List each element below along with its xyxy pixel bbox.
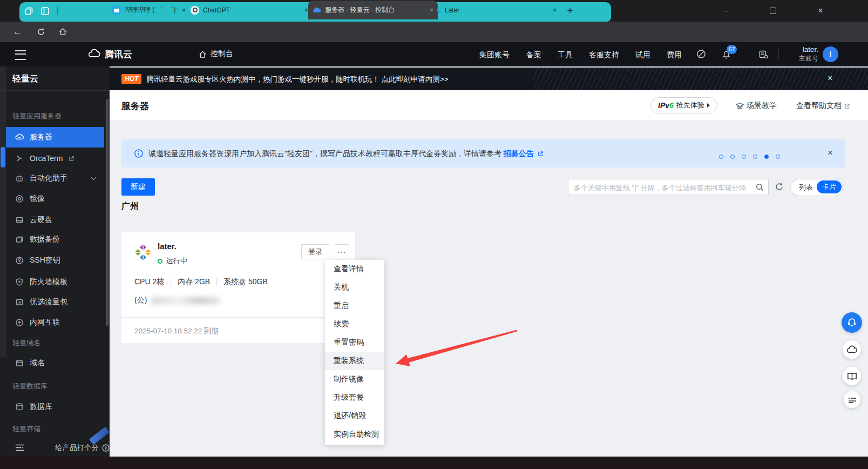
- sidebar-item-domain[interactable]: 域名: [6, 353, 104, 373]
- info-icon: [134, 149, 143, 158]
- sidebar-group-lighthouse: 轻量应用服务器: [12, 111, 62, 121]
- window-maximize-button[interactable]: [761, 0, 785, 22]
- lifebuoy-icon[interactable]: [696, 49, 706, 59]
- help-doc-link[interactable]: 查看帮助文档: [796, 101, 850, 111]
- sidebar-item-cloud-disk[interactable]: 云硬盘: [6, 210, 104, 230]
- notice-close-icon[interactable]: ×: [828, 148, 833, 158]
- tab-title: 服务器 - 轻量云 - 控制台: [325, 5, 426, 15]
- external-link-icon: [69, 156, 74, 162]
- menu-item-return-destroy[interactable]: 退还/销毁: [325, 407, 384, 425]
- scene-teaching-link[interactable]: 场景教学: [736, 101, 777, 111]
- browser-tab-bar: 哔哩哔哩 ( ゜- ゜)つロ 干杯~-bilib × ChatGPT × 服务器…: [0, 0, 868, 22]
- tab-close-icon[interactable]: ×: [553, 6, 557, 14]
- nav-billing[interactable]: 费用: [667, 50, 682, 60]
- server-card[interactable]: later. 运行中 登录 ··· CPU 2核 内存 2GB 系统盘 50GB…: [121, 232, 355, 343]
- workspaces-icon[interactable]: [25, 7, 33, 15]
- view-card-option-active[interactable]: 卡片: [817, 180, 842, 193]
- window-minimize-button[interactable]: −: [714, 0, 738, 22]
- home-icon[interactable]: [58, 27, 67, 36]
- public-ip-redacted: [151, 297, 220, 305]
- sidebar-item-traffic-pack[interactable]: 优选流量包: [6, 292, 104, 312]
- nav-icp[interactable]: 备案: [526, 50, 541, 60]
- workorder-icon[interactable]: [759, 50, 768, 59]
- menu-item-upgrade-plan[interactable]: 升级套餐: [325, 388, 384, 407]
- sidebar-item-server[interactable]: 服务器: [6, 127, 104, 148]
- sidebar-item-intranet[interactable]: 内网互联: [6, 312, 104, 333]
- status-dot: [158, 259, 162, 264]
- menu-item-reinstall-system[interactable]: 重装系统: [325, 352, 384, 370]
- tab-close-icon[interactable]: ×: [182, 6, 186, 14]
- sidebar-item-database[interactable]: 数据库: [6, 397, 104, 417]
- notice-pagination-dots[interactable]: [712, 151, 780, 161]
- sidebar-item-orcaterm[interactable]: OrcaTerm: [6, 148, 104, 169]
- sidebar-item-backup[interactable]: 数据备份: [6, 229, 104, 250]
- view-toggle[interactable]: 列表 卡片: [790, 179, 843, 196]
- tab-chatgpt[interactable]: ChatGPT ×: [186, 2, 313, 18]
- sidebar-scroll-indicator[interactable]: [1, 147, 5, 168]
- cloud-notification-fab[interactable]: [843, 340, 861, 359]
- menu-item-create-image[interactable]: 制作镜像: [325, 370, 384, 388]
- survey-fab[interactable]: [844, 391, 860, 408]
- nav-trial[interactable]: 试用: [635, 50, 650, 60]
- console-label: 控制台: [211, 49, 233, 59]
- new-tab-button[interactable]: +: [562, 3, 578, 18]
- banner-close-icon[interactable]: ×: [828, 73, 832, 83]
- sidebar-item-images[interactable]: 镜像: [6, 189, 104, 209]
- hot-banner-text[interactable]: 腾讯轻量云游戏服专区火热内测中，热门游戏一键秒开服，随时联机玩！ 点此即刻申请内…: [146, 75, 449, 84]
- sidebar-item-label: 数据备份: [30, 234, 60, 244]
- tab-tencent-console-active[interactable]: 服务器 - 轻量云 - 控制台 ×: [308, 1, 438, 19]
- menu-item-self-check[interactable]: 实例自助检测: [325, 425, 384, 444]
- account-info[interactable]: later. 主账号: [789, 45, 818, 63]
- recruit-link[interactable]: 招募公告: [504, 149, 534, 158]
- instance-name[interactable]: later.: [158, 242, 177, 251]
- menu-item-shutdown[interactable]: 关机: [325, 278, 384, 297]
- vertical-tabs-icon[interactable]: [41, 7, 49, 15]
- more-actions-button[interactable]: ···: [335, 244, 349, 259]
- filter-search-input[interactable]: [573, 180, 748, 195]
- menu-item-renew[interactable]: 续费: [325, 315, 384, 333]
- window-close-button[interactable]: ×: [809, 0, 832, 22]
- rate-product-link[interactable]: 给产品打个分: [55, 443, 99, 453]
- back-icon[interactable]: ←: [13, 27, 22, 36]
- nav-support[interactable]: 客服支持: [589, 50, 619, 60]
- nav-group-account[interactable]: 集团账号: [479, 50, 510, 60]
- ipv6-trial-button[interactable]: IPv6 抢先体验: [650, 97, 717, 113]
- search-icon[interactable]: [756, 183, 764, 191]
- console-topbar: 腾讯云 控制台 快捷键 / 集团账号 备案 工具 客服支持 试用 费用 67: [0, 42, 868, 66]
- instance-specs: CPU 2核 内存 2GB 系统盘 50GB: [134, 277, 268, 287]
- nav-tools[interactable]: 工具: [558, 50, 573, 60]
- collapse-sidebar-icon[interactable]: [15, 444, 24, 451]
- notification-bell-icon[interactable]: 67: [722, 50, 731, 59]
- menu-item-view-details[interactable]: 查看详情: [325, 260, 384, 278]
- sidebar-item-automation[interactable]: 自动化助手: [6, 168, 104, 189]
- refresh-icon[interactable]: [37, 28, 45, 36]
- filter-search-box[interactable]: [568, 179, 769, 195]
- tencent-cloud-logo[interactable]: 腾讯云: [87, 48, 132, 61]
- documentation-fab[interactable]: [843, 367, 861, 385]
- topbar-divider: [64, 49, 64, 59]
- create-button[interactable]: 新建: [121, 178, 155, 196]
- red-annotation-arrow: [378, 313, 529, 370]
- arrow-circle-icon[interactable]: [102, 444, 110, 452]
- console-menu-icon[interactable]: [15, 50, 26, 60]
- shield-icon: [15, 278, 24, 286]
- database-icon: [15, 403, 24, 411]
- login-button[interactable]: 登录: [301, 244, 329, 259]
- server-icon: [15, 133, 24, 142]
- refresh-list-icon[interactable]: [775, 182, 784, 191]
- view-list-option[interactable]: 列表: [799, 183, 813, 192]
- sidebar-item-ssh-key[interactable]: SSH密钥: [6, 250, 104, 271]
- sidebar-item-firewall[interactable]: 防火墙模板: [6, 272, 104, 292]
- customer-service-fab[interactable]: [842, 312, 862, 333]
- tab-close-icon[interactable]: ×: [304, 6, 308, 14]
- menu-item-reset-password[interactable]: 重置密码: [325, 333, 384, 352]
- console-home-link[interactable]: 控制台: [199, 49, 233, 59]
- sidebar-scrollbar[interactable]: [106, 99, 109, 326]
- tab-later[interactable]: L Later ×: [432, 2, 561, 18]
- automation-icon: [15, 174, 24, 183]
- hot-badge: HOT: [121, 74, 141, 84]
- tab-title: Later: [445, 6, 549, 14]
- tab-bilibili[interactable]: 哔哩哔哩 ( ゜- ゜)つロ 干杯~-bilib ×: [108, 2, 190, 18]
- menu-item-restart[interactable]: 重启: [325, 297, 384, 315]
- account-avatar[interactable]: l: [823, 46, 838, 62]
